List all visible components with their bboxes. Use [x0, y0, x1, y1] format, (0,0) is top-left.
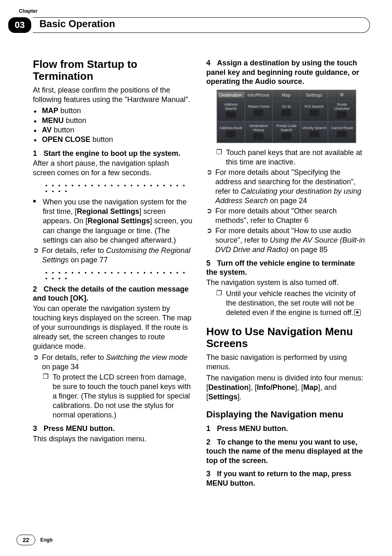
btn-name: MENU	[42, 116, 64, 125]
txt: Switching the view mode	[106, 353, 187, 361]
note-firsttime: When you use the navigation system for t…	[33, 197, 193, 245]
step5-heading: 5Turn off the vehicle engine to terminat…	[206, 259, 367, 277]
fig-label: Go to	[282, 105, 291, 109]
step5-body: The navigation system is also turned off…	[206, 278, 367, 287]
btn-suffix: button	[64, 116, 86, 125]
step4-heading: 4Assign a destination by using the touch…	[206, 58, 367, 86]
txt: Info/Phone	[257, 383, 295, 392]
fig-ico	[226, 131, 236, 137]
ref-av-source: For more details about "How to use audio…	[206, 226, 367, 255]
fig-grid: Address Search Return Home Go to POI Sea…	[217, 100, 356, 143]
dstep1: 1Press MENU button.	[206, 424, 367, 433]
step-num: 3	[33, 424, 44, 433]
txt: Regional Settings	[77, 207, 139, 215]
txt: For details, refer to	[42, 246, 106, 255]
btn-name: OPEN CLOSE	[42, 135, 90, 144]
fig-ico	[337, 111, 347, 118]
txt: on page 77	[69, 256, 108, 264]
fig-cell: POI Search	[300, 100, 328, 121]
subheading-display-navmenu: Displaying the Navigation menu	[206, 409, 367, 420]
dot-separator	[45, 182, 193, 193]
fig-cell: Route Overview	[328, 100, 356, 121]
lang-label: Engb	[40, 537, 53, 543]
step3-body: This displays the navigation menu.	[33, 434, 193, 444]
fig-cell: Address Search	[217, 100, 245, 121]
list-item: MAP button	[33, 106, 193, 116]
fig-cell: Address Book	[217, 121, 245, 143]
note-route-persist: Until your vehicle reaches the vicinity …	[206, 289, 367, 317]
step1-body: After a short pause, the navigation spla…	[33, 159, 193, 178]
note-lcd: To protect the LCD screen from damage, b…	[33, 373, 193, 420]
fig-label: Address Search	[218, 103, 244, 111]
gear-icon: ⚙	[328, 91, 356, 98]
step-num: 1	[206, 424, 217, 433]
ref-viewmode: For details, refer to Switching the view…	[33, 353, 193, 372]
fig-ico	[254, 133, 263, 139]
txt: Destination	[208, 383, 249, 392]
list-item: AV button	[33, 125, 193, 135]
fig-ico	[309, 109, 319, 116]
chapter-title: Basic Operation	[39, 18, 115, 30]
step-text: Assign a destination by using the touch …	[206, 59, 359, 86]
fig-cell: Return Home	[245, 100, 273, 121]
fig-label: Vicinity Search	[302, 126, 326, 130]
txt: Regional Settings	[88, 217, 150, 225]
step-num: 3	[206, 469, 217, 479]
txt: on page 34	[42, 363, 79, 371]
txt: ], [	[249, 383, 257, 392]
step-text: To change to the menu you want to use, t…	[206, 438, 363, 465]
step-text: Press MENU button.	[217, 424, 288, 433]
section-heading-navmenu: How to Use Navigation Menu Screens	[206, 326, 367, 350]
fig-tab-destination: Destination	[217, 92, 245, 98]
btn-name: MAP	[42, 107, 58, 115]
fig-label: Return Home	[248, 105, 270, 109]
step-num: 2	[206, 438, 217, 447]
fig-tab-infophone: Info/Phone	[245, 92, 273, 98]
ref-regional: For details, refer to Customising the Re…	[33, 246, 193, 265]
step-num: 4	[206, 58, 217, 68]
fig-tab-settings: Settings	[300, 92, 328, 98]
fig-tab-map: Map	[272, 92, 300, 98]
fig-ico	[226, 111, 236, 118]
fig-label: Route Overview	[329, 103, 355, 111]
page-number: 22	[16, 535, 35, 545]
txt: ], [	[295, 383, 303, 392]
fig-cell: Destination History	[245, 121, 273, 143]
navmenu-body2: The navigation menu is divided into four…	[206, 373, 367, 402]
button-list: MAP button MENU button AV button OPEN CL…	[33, 106, 193, 145]
btn-suffix: button	[52, 126, 74, 134]
fig-cell: Go to	[272, 100, 300, 121]
step-text: Start the engine to boot up the system.	[44, 149, 180, 158]
txt: For details, refer to	[42, 353, 106, 361]
nav-menu-figure: Destination Info/Phone Map Settings ⚙ Ad…	[217, 90, 356, 143]
fig-ico	[281, 109, 291, 116]
fig-ico	[337, 131, 347, 137]
step2-body: You can operate the navigation system by…	[33, 304, 193, 351]
step-num: 5	[206, 259, 217, 268]
txt: Map	[303, 383, 318, 392]
step-text: Press MENU button.	[44, 424, 115, 433]
fig-ico	[281, 133, 291, 139]
fig-cell: Cancel Route	[328, 121, 356, 143]
fig-ico	[254, 109, 263, 116]
ref-other-search: For more details about "Other search met…	[206, 206, 367, 225]
txt: Until your vehicle reaches the vicinity …	[226, 290, 355, 317]
dot-separator	[45, 269, 193, 280]
body-columns: Flow from Startup to Termination At firs…	[33, 58, 367, 523]
step-num: 1	[33, 149, 44, 158]
navmenu-body1: The basic navigation is performed by usi…	[206, 353, 367, 372]
step-text: If you want to return to the map, press …	[206, 470, 351, 487]
end-icon	[354, 309, 361, 316]
chapter-bar: 03 Basic Operation	[8, 17, 370, 33]
footer: 22 Engb	[16, 535, 53, 545]
list-item: OPEN CLOSE button	[33, 135, 193, 144]
fig-ico	[309, 131, 319, 137]
step3-heading: 3Press MENU button.	[33, 424, 193, 433]
step-num: 2	[33, 285, 44, 294]
btn-suffix: button	[58, 107, 81, 115]
page: Chapter 03 Basic Operation Flow from Sta…	[0, 0, 392, 556]
ref-address-search: For more details about "Specifying the a…	[206, 168, 367, 206]
step2-heading: 2Check the details of the caution messag…	[33, 285, 193, 303]
fig-label: POI Search	[304, 105, 324, 109]
fig-tabs: Destination Info/Phone Map Settings ⚙	[217, 90, 356, 100]
